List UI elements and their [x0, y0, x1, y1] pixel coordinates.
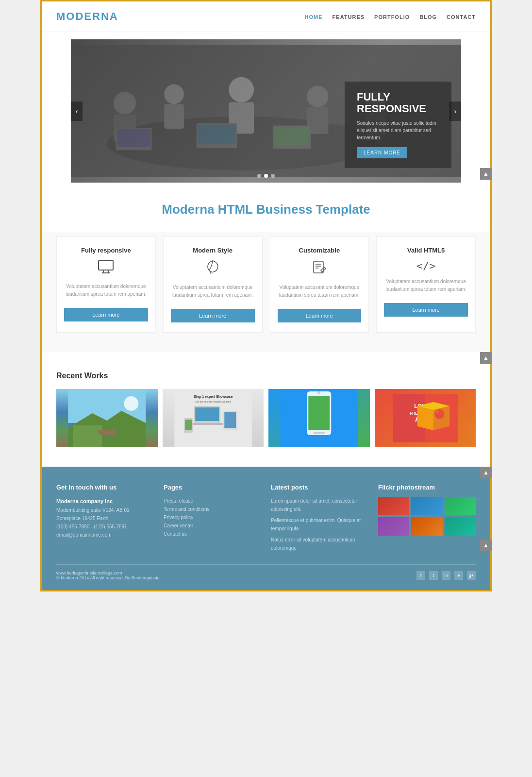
nav-link-blog[interactable]: BLOG [419, 14, 437, 20]
footer-post-2: Pellentesque et pulvinar enim. Quisque a… [271, 516, 368, 533]
work-image-mobile [268, 389, 370, 447]
hero-next-arrow[interactable]: › [449, 101, 461, 121]
footer-grid: Get in touch with us Moderna company Inc… [56, 484, 476, 552]
scroll-top-button-4[interactable]: ▲ [480, 540, 492, 551]
hero-dots [257, 174, 275, 178]
flickr-photo-4[interactable] [378, 517, 409, 536]
footer-post-1: Lorem ipsum dolor sit amet, consectetur … [271, 497, 368, 513]
footer-website: www.heritagechristiancollege.com [56, 571, 160, 575]
scroll-top-button-1[interactable]: ▲ [480, 168, 492, 180]
feature-btn-responsive[interactable]: Learn more [64, 308, 148, 321]
feature-title-custom: Customizable [278, 247, 362, 254]
svg-point-2 [114, 92, 136, 114]
social-google[interactable]: g+ [467, 571, 476, 580]
heading-rest: HTML Business Template [215, 202, 370, 217]
nav-item-contact[interactable]: CONTACT [447, 12, 476, 21]
recent-works-section: Recent Works [42, 352, 490, 467]
svg-point-6 [229, 77, 254, 102]
nav-link-features[interactable]: FEATURES [332, 14, 365, 20]
hero-overlay: FULLY RESPONSIVE Sodales neque vitae jus… [345, 82, 451, 168]
footer: Get in touch with us Moderna company Inc… [42, 467, 490, 590]
scroll-top-button-2[interactable]: ▲ [480, 352, 492, 364]
svg-rect-41 [224, 412, 236, 428]
flickr-photo-5[interactable] [411, 517, 442, 536]
feature-btn-style[interactable]: Learn more [171, 309, 255, 322]
work-item-4[interactable]: LOVE IS FREE SHIPPING AWAY [375, 389, 476, 447]
nav-link-portfolio[interactable]: PORTFOLIO [374, 14, 410, 20]
works-grid: Step 1 expert Showcase Get the best for … [56, 389, 476, 447]
social-twitter[interactable]: t [429, 571, 438, 580]
flickr-photo-1[interactable] [378, 497, 409, 515]
main-nav: HOME FEATURES PORTFOLIO BLOG CONTACT [305, 12, 476, 21]
feature-card-responsive: Fully responsive Voluptatem accusantium … [56, 236, 156, 333]
section-heading: Moderna HTML Business Template [42, 183, 490, 232]
footer-link-contact[interactable]: Contact us [164, 530, 261, 538]
leaf-icon [171, 260, 255, 278]
footer-copyright: © Moderna 2014 All right reserved. By Bo… [56, 575, 160, 580]
hero-dot-2[interactable] [264, 174, 268, 178]
svg-rect-13 [117, 129, 150, 147]
svg-rect-18 [99, 260, 113, 270]
nav-link-home[interactable]: HOME [305, 14, 323, 20]
feature-text-html5: Voluptatem accusantium doloremque laudan… [384, 278, 468, 293]
flickr-photo-2[interactable] [411, 497, 442, 515]
scroll-top-button-3[interactable]: ▲ [480, 467, 492, 478]
code-icon: </> [384, 260, 468, 272]
footer-link-press[interactable]: Press release [164, 497, 261, 505]
footer-company-name: Moderna company Inc [56, 497, 154, 506]
nav-item-features[interactable]: FEATURES [332, 12, 365, 21]
footer-phone: (123) 456-7890 - (123) 555-7891 [56, 523, 154, 531]
feature-text-style: Voluptatem accusantium doloremque laudan… [171, 284, 255, 299]
svg-rect-17 [274, 127, 310, 146]
svg-rect-31 [73, 425, 102, 447]
logo-accent: M [56, 10, 66, 22]
svg-point-32 [124, 396, 138, 411]
hero-dot-1[interactable] [257, 174, 261, 178]
nav-item-portfolio[interactable]: PORTFOLIO [374, 12, 410, 21]
hero-learn-more-button[interactable]: LEARN MORE [357, 147, 407, 158]
feature-text-custom: Voluptatem accusantium doloremque laudan… [278, 284, 362, 299]
footer-copyright-block: www.heritagechristiancollege.com © Moder… [56, 571, 160, 580]
feature-btn-html5[interactable]: Learn more [384, 303, 468, 317]
feature-card-html5: Valid HTML5 </> Voluptatem accusantium d… [376, 236, 476, 333]
footer-flickr-heading: Flickr photostream [378, 484, 476, 491]
footer-flickr-col: Flickr photostream [378, 484, 476, 552]
nav-item-home[interactable]: HOME [305, 12, 323, 21]
work-item-3[interactable] [268, 389, 370, 447]
svg-rect-5 [164, 104, 184, 129]
edit-icon [278, 260, 362, 278]
header: MODERNA HOME FEATURES PORTFOLIO BLOG CON… [42, 1, 490, 32]
social-linkedin[interactable]: in [442, 571, 450, 580]
footer-post-3: Natus error sit voluptatem accusantium d… [271, 536, 368, 552]
main-heading: Moderna HTML Business Template [56, 202, 476, 217]
hero-prev-arrow[interactable]: ‹ [71, 101, 83, 121]
work-image-landscape [56, 389, 158, 447]
features-section: Fully responsive Voluptatem accusantium … [42, 232, 490, 352]
work-item-2[interactable]: Step 1 expert Showcase Get the best for … [163, 389, 264, 447]
footer-pages-heading: Pages [164, 484, 261, 491]
logo: MODERNA [56, 10, 118, 23]
svg-marker-33 [97, 430, 116, 435]
footer-social: f t in ♦ g+ [416, 571, 476, 580]
footer-link-career[interactable]: Career center [164, 522, 261, 530]
hero-slider: FULLY RESPONSIVE Sodales neque vitae jus… [71, 39, 461, 183]
svg-rect-47 [313, 432, 325, 434]
svg-line-22 [210, 272, 211, 274]
feature-title-responsive: Fully responsive [64, 247, 148, 254]
nav-item-blog[interactable]: BLOG [419, 12, 437, 21]
feature-text-responsive: Voluptatem accusantium doloremque laudan… [64, 283, 148, 298]
feature-title-html5: Valid HTML5 [384, 247, 468, 254]
recent-works-label: Recent Works [56, 372, 476, 380]
social-pinterest[interactable]: ♦ [454, 571, 463, 580]
nav-link-contact[interactable]: CONTACT [447, 14, 476, 20]
flickr-photo-6[interactable] [445, 517, 476, 536]
work-item-1[interactable] [56, 389, 158, 447]
flickr-photo-3[interactable] [445, 497, 476, 515]
feature-btn-custom[interactable]: Learn more [278, 309, 362, 322]
svg-point-4 [164, 84, 184, 104]
social-facebook[interactable]: f [416, 571, 425, 580]
footer-link-privacy[interactable]: Privacy policy [164, 513, 261, 522]
hero-title: FULLY RESPONSIVE [357, 91, 439, 115]
footer-link-terms[interactable]: Terms and conditions [164, 505, 261, 513]
hero-dot-3[interactable] [271, 174, 275, 178]
